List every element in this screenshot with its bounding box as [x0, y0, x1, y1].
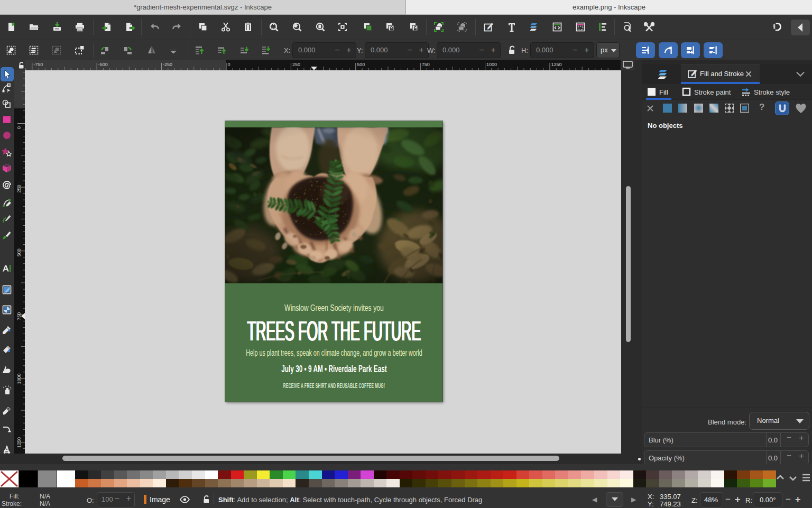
- svg-text:500: 500: [357, 62, 365, 67]
- svg-text:-250: -250: [163, 62, 172, 67]
- svg-text:750: 750: [422, 62, 430, 67]
- svg-text:1250: 1250: [16, 437, 22, 448]
- svg-text:250: 250: [16, 185, 22, 193]
- svg-text:250: 250: [292, 62, 300, 67]
- svg-text:-750: -750: [33, 62, 43, 67]
- svg-text:1000: 1000: [16, 373, 22, 384]
- svg-text:500: 500: [16, 248, 22, 256]
- svg-text:0: 0: [16, 126, 22, 129]
- svg-text:0: 0: [228, 62, 230, 67]
- svg-text:-500: -500: [98, 62, 108, 67]
- svg-text:1250: 1250: [551, 62, 562, 67]
- svg-text:750: 750: [16, 312, 22, 320]
- svg-text:1000: 1000: [486, 62, 497, 67]
